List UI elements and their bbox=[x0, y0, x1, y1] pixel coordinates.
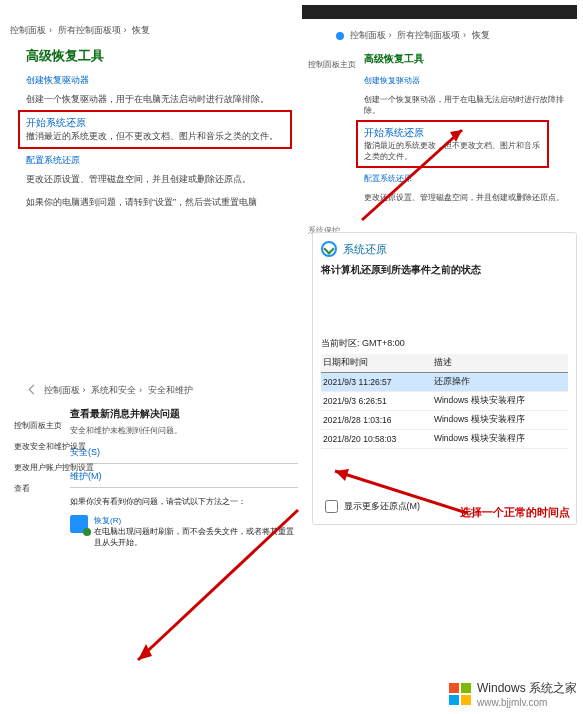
restore-points-table: 日期和时间 描述 2021/9/3 11:26:57 还原操作 2021/9/3… bbox=[321, 354, 568, 449]
configure-restore-link[interactable]: 配置系统还原 bbox=[364, 174, 412, 183]
svg-marker-5 bbox=[335, 469, 349, 481]
timezone-label: 当前时区: GMT+8:00 bbox=[321, 337, 568, 350]
divider bbox=[70, 487, 298, 488]
table-row[interactable]: 2021/9/3 6:26:51 Windows 模块安装程序 bbox=[321, 392, 568, 411]
sidebar-item[interactable]: 控制面板主页 bbox=[14, 420, 94, 431]
create-recovery-drive-desc: 创建一个恢复驱动器，用于在电脑无法启动时进行故障排除。 bbox=[364, 94, 577, 116]
cell-description: 还原操作 bbox=[432, 373, 568, 392]
create-recovery-drive-link[interactable]: 创建恢复驱动器 bbox=[26, 75, 89, 85]
breadcrumb-item[interactable]: 控制面板 bbox=[44, 385, 80, 395]
highlighted-option: 开始系统还原 撤消最近的系统更改，但不更改文档、图片和音乐之类的文件。 bbox=[356, 120, 549, 168]
page-title: 高级恢复工具 bbox=[26, 47, 298, 65]
system-restore-dialog: 系统还原 将计算机还原到所选事件之前的状态 当前时区: GMT+8:00 日期和… bbox=[312, 232, 577, 525]
table-row[interactable]: 2021/9/3 11:26:57 还原操作 bbox=[321, 373, 568, 392]
breadcrumb-item[interactable]: 恢复 bbox=[132, 25, 150, 35]
cell-datetime: 2021/9/3 6:26:51 bbox=[321, 392, 432, 411]
security-maintenance-panel: 控制面板› 系统和安全› 安全和维护 控制面板主页 更改安全和维护设置 更改用户… bbox=[8, 380, 298, 548]
table-row[interactable]: 2021/8/20 10:58:03 Windows 模块安装程序 bbox=[321, 430, 568, 449]
cell-description: Windows 模块安装程序 bbox=[432, 430, 568, 449]
cell-datetime: 2021/9/3 11:26:57 bbox=[321, 373, 432, 392]
show-more-points-label: 显示更多还原点(M) bbox=[344, 501, 421, 511]
dialog-subtitle: 将计算机还原到所选事件之前的状态 bbox=[321, 263, 568, 277]
create-recovery-drive-desc: 创建一个恢复驱动器，用于在电脑无法启动时进行故障排除。 bbox=[26, 93, 298, 106]
window-titlebar bbox=[302, 5, 577, 19]
recovery-panel-zoom: 控制面板› 所有控制面板项› 恢复 高级恢复工具 创建恢复驱动器 创建一个恢复驱… bbox=[8, 20, 298, 209]
back-icon[interactable] bbox=[29, 385, 39, 395]
system-restore-icon bbox=[321, 241, 337, 257]
sidebar-item[interactable]: 更改用户账户控制设置 bbox=[14, 462, 94, 473]
help-text: 如果你没有看到你的问题，请尝试以下方法之一： bbox=[70, 496, 298, 507]
breadcrumb-item[interactable]: 控制面板 bbox=[10, 25, 46, 35]
recovery-desc: 在电脑出现问题时刷新，而不会丢失文件，或者将其重置且从头开始。 bbox=[94, 527, 294, 547]
sidebar-item[interactable]: 更改安全和维护设置 bbox=[14, 441, 94, 452]
recovery-icon bbox=[70, 515, 88, 533]
watermark-url: www.bjjmlv.com bbox=[477, 697, 577, 708]
recovery-panel-window: 控制面板› 所有控制面板项› 恢复 控制面板主页 高级恢复工具 创建恢复驱动器 … bbox=[302, 5, 577, 203]
status-text: 安全和维护未检测到任何问题。 bbox=[70, 425, 298, 436]
breadcrumb[interactable]: 控制面板› 所有控制面板项› 恢复 bbox=[336, 29, 577, 42]
breadcrumb-item[interactable]: 安全和维护 bbox=[148, 385, 193, 395]
start-system-restore-link[interactable]: 开始系统还原 bbox=[26, 117, 86, 128]
start-system-restore-link[interactable]: 开始系统还原 bbox=[364, 127, 424, 138]
watermark-brand: Windows 系统之家 bbox=[477, 681, 577, 695]
cell-description: Windows 模块安装程序 bbox=[432, 411, 568, 430]
create-recovery-drive-link[interactable]: 创建恢复驱动器 bbox=[364, 76, 420, 85]
page-title: 高级恢复工具 bbox=[364, 52, 577, 66]
security-section-link[interactable]: 安全(S) bbox=[70, 446, 298, 459]
control-panel-icon bbox=[336, 32, 344, 40]
svg-marker-3 bbox=[138, 644, 152, 660]
highlighted-option: 开始系统还原 撤消最近的系统更改，但不更改文档、图片和音乐之类的文件。 bbox=[18, 110, 292, 149]
breadcrumb-item[interactable]: 恢复 bbox=[472, 30, 490, 40]
sidebar: 控制面板主页 更改安全和维护设置 更改用户账户控制设置 查看 bbox=[14, 420, 94, 504]
annotation-text: 选择一个正常的时间点 bbox=[460, 505, 570, 520]
recovery-link[interactable]: 恢复(R) bbox=[94, 516, 121, 525]
configure-restore-link[interactable]: 配置系统还原 bbox=[26, 155, 80, 165]
sidebar-home-link[interactable]: 控制面板主页 bbox=[308, 59, 356, 70]
page-title: 查看最新消息并解决问题 bbox=[70, 407, 298, 421]
recovery-option[interactable]: 恢复(R) 在电脑出现问题时刷新，而不会丢失文件，或者将其重置且从头开始。 bbox=[70, 515, 298, 548]
breadcrumb-item[interactable]: 所有控制面板项 bbox=[58, 25, 121, 35]
start-system-restore-desc: 撤消最近的系统更改，但不更改文档、图片和音乐之类的文件。 bbox=[26, 130, 284, 143]
column-datetime[interactable]: 日期和时间 bbox=[321, 354, 432, 373]
column-description[interactable]: 描述 bbox=[432, 354, 568, 373]
configure-restore-desc: 更改还原设置、管理磁盘空间，并且创建或删除还原点。 bbox=[364, 192, 577, 203]
watermark: Windows 系统之家 www.bjjmlv.com bbox=[449, 680, 577, 708]
cell-datetime: 2021/8/28 1:03:16 bbox=[321, 411, 432, 430]
cell-description: Windows 模块安装程序 bbox=[432, 392, 568, 411]
maintenance-section-link[interactable]: 维护(M) bbox=[70, 470, 298, 483]
breadcrumb-item[interactable]: 控制面板 bbox=[350, 30, 386, 40]
breadcrumb-item[interactable]: 系统和安全 bbox=[91, 385, 136, 395]
dialog-title: 系统还原 bbox=[343, 242, 387, 257]
cell-datetime: 2021/8/20 10:58:03 bbox=[321, 430, 432, 449]
breadcrumb[interactable]: 控制面板› 系统和安全› 安全和维护 bbox=[30, 384, 298, 397]
start-system-restore-desc: 撤消最近的系统更改，但不更改文档、图片和音乐之类的文件。 bbox=[364, 140, 541, 162]
windows-logo-icon bbox=[449, 683, 471, 705]
sidebar-item[interactable]: 查看 bbox=[14, 483, 94, 494]
breadcrumb-item[interactable]: 所有控制面板项 bbox=[397, 30, 460, 40]
divider bbox=[70, 463, 298, 464]
show-more-points-checkbox[interactable] bbox=[325, 500, 338, 513]
table-row[interactable]: 2021/8/28 1:03:16 Windows 模块安装程序 bbox=[321, 411, 568, 430]
reset-pc-note: 如果你的电脑遇到问题，请转到“设置”，然后尝试重置电脑 bbox=[26, 196, 298, 209]
configure-restore-desc: 更改还原设置、管理磁盘空间，并且创建或删除还原点。 bbox=[26, 173, 298, 186]
breadcrumb[interactable]: 控制面板› 所有控制面板项› 恢复 bbox=[10, 24, 298, 37]
